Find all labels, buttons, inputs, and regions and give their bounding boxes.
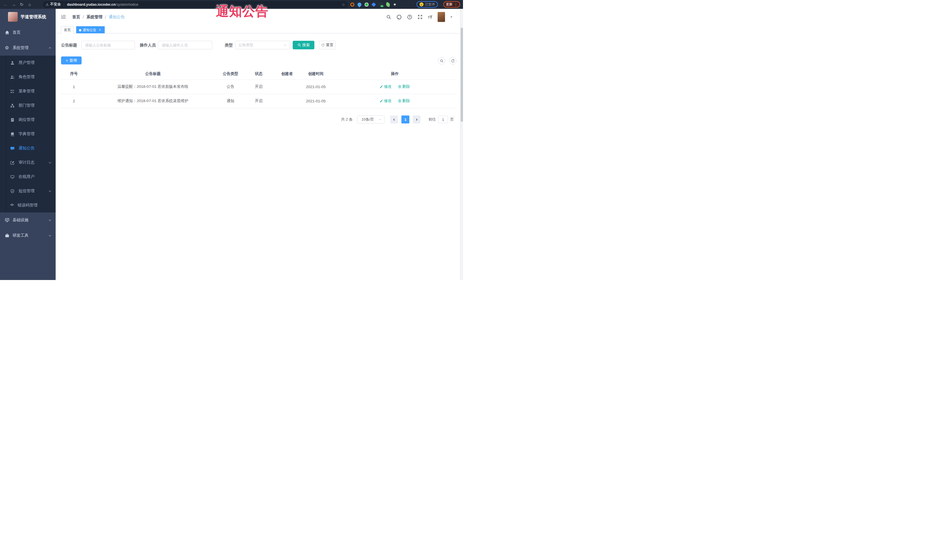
sidebar-item-departments[interactable]: 部门管理 [0,98,56,113]
breadcrumb-system[interactable]: 系统管理 [86,15,103,20]
page-unit-label: 页 [450,117,454,122]
github-icon[interactable] [396,15,402,20]
pagination-total: 共 2 条 [341,117,353,122]
reset-button[interactable]: 重置 [319,41,336,49]
security-warning-label[interactable]: 不安全 [50,2,61,7]
shield-check-icon [10,189,15,193]
operator-input[interactable] [158,41,212,49]
type-select[interactable]: 公告类型 [235,41,290,49]
type-label: 类型 [225,41,233,49]
sidebar-item-error-codes[interactable]: </> 错误码管理 [0,198,56,213]
extension-drop-icon[interactable] [357,2,362,8]
scrollbar-track[interactable] [460,9,463,280]
sidebar-item-dev-tools[interactable]: 研发工具 [0,228,56,243]
fullscreen-icon[interactable] [418,15,422,20]
sidebar-item-posts[interactable]: 岗位管理 [0,113,56,127]
search-button[interactable]: 搜索 [293,41,315,49]
gear-icon: ⚙ [5,45,9,50]
chevron-down-icon [48,189,51,193]
toggle-search-button[interactable] [438,57,445,65]
header-title: 公告标题 [87,68,219,80]
sidebar-item-label: 基础设施 [12,217,29,223]
sidebar-item-audit-log[interactable]: 审计日志 [0,155,56,170]
extension-diamond-icon[interactable] [371,2,376,7]
browser-home-icon[interactable]: ⌂ [26,0,34,9]
extension-leaf-icon[interactable] [386,2,390,7]
tab-home[interactable]: 首页 [61,26,74,34]
next-page-button[interactable] [413,115,421,124]
browser-update-button[interactable]: 更新 ⋮ [443,1,460,8]
sidebar-item-online-users[interactable]: 在线用户 [0,170,56,184]
browser-toolbar: ← → ↻ ⌂ ⚠ 不安全 | dashboard.yudao.iocoder.… [0,0,463,9]
sidebar-item-label: 短信管理 [18,189,35,193]
system-submenu: 用户管理 角色管理 菜单管理 部门管理 岗位管理 [0,56,56,213]
sidebar-item-infrastructure[interactable]: 基础设施 [0,213,56,228]
extension-green-icon[interactable] [365,3,369,6]
bookmark-star-icon[interactable]: ☆ [342,2,345,7]
delete-link[interactable]: 删除 [398,84,410,89]
url-path: /system/notice [115,3,138,6]
chevron-up-icon [48,46,51,50]
goto-page-input[interactable] [438,116,448,123]
help-icon[interactable]: ? [407,15,412,20]
edit-link[interactable]: 修改 [380,98,392,104]
search-icon[interactable] [386,15,391,20]
sidebar-item-label: 用户管理 [18,60,35,65]
sidebar-item-label: 系统管理 [12,45,29,50]
sidebar-item-label: 岗位管理 [18,117,35,122]
page-number-button[interactable]: 1 [401,115,409,124]
header-create-time: 创建时间 [298,68,333,80]
extension-switch-icon[interactable]: on [379,3,383,6]
sidebar-toggle-icon[interactable] [61,15,66,19]
goto-label: 前往 [428,117,436,122]
tab-close-icon[interactable]: × [98,28,102,32]
scrollbar-thumb[interactable] [461,28,463,122]
sidebar-item-system[interactable]: ⚙ 系统管理 [0,40,56,56]
avatar-caret-icon[interactable]: ▾ [451,15,452,19]
forward-icon[interactable]: → [10,0,18,9]
url-separator: | [64,2,64,6]
sidebar-item-menus[interactable]: 菜单管理 [0,84,56,98]
user-avatar[interactable] [437,12,445,22]
profile-paused-badge[interactable]: 已暂停 [416,1,438,8]
type-select-placeholder: 公告类型 [239,42,253,48]
font-size-icon[interactable]: TT [428,15,432,20]
refresh-table-button[interactable] [449,57,457,65]
sidebar-item-sms[interactable]: 短信管理 [0,184,56,198]
tags-view-bar: 首页 通知公告 × [56,25,460,33]
sidebar-item-label: 字典管理 [18,131,35,137]
header-status: 状态 [242,68,275,80]
add-button[interactable]: + 新增 [61,56,82,65]
reload-icon[interactable]: ↻ [18,0,26,9]
sidebar-item-users[interactable]: 用户管理 [0,56,56,70]
app-title: 芋道管理系统 [21,14,46,20]
page-size-select[interactable]: 10条/页 [357,115,384,124]
sidebar-item-roles[interactable]: 角色管理 [0,70,56,84]
breadcrumb-separator: / [105,15,106,20]
refresh-icon [451,59,455,63]
breadcrumb-home[interactable]: 首页 [72,15,80,20]
refresh-icon [321,43,325,47]
extension-ring-icon[interactable] [350,3,354,6]
sidebar-item-home[interactable]: 首页 [0,25,56,40]
app-logo[interactable]: 芋道管理系统 [0,9,56,25]
sidebar-item-notices[interactable]: 通知公告 [0,141,56,155]
cell-creator [275,94,298,108]
back-icon[interactable]: ← [2,0,10,9]
extension-puzzle-icon[interactable]: ★ [393,3,396,6]
header-operation: 操作 [333,68,457,80]
edit-link[interactable]: 修改 [380,84,392,89]
tab-notices[interactable]: 通知公告 × [76,26,105,34]
browser-menu-icon[interactable]: ⋮ [454,3,458,6]
active-dot [79,29,81,32]
chevron-down-icon [48,219,51,222]
sidebar-item-dictionary[interactable]: 字典管理 [0,127,56,141]
prev-page-button[interactable] [390,115,398,124]
sidebar: 芋道管理系统 首页 ⚙ 系统管理 用户管理 角色管理 [0,9,56,280]
delete-link[interactable]: 删除 [398,98,410,104]
delete-label: 删除 [402,84,410,89]
cell-no: 2 [61,94,87,108]
notice-title-input[interactable] [81,41,135,49]
cell-type: 通知 [219,94,242,108]
address-bar[interactable]: ⚠ 不安全 | dashboard.yudao.iocoder.cn/syste… [43,1,348,8]
